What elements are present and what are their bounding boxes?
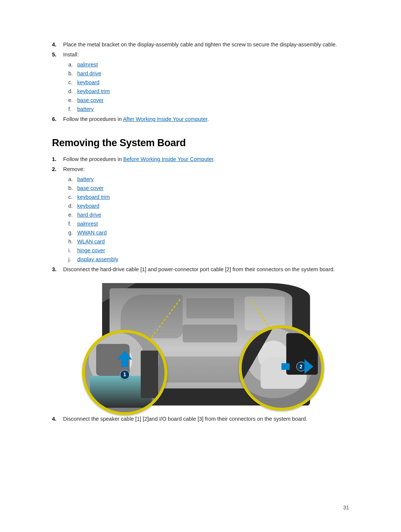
- install-item: hard drive: [68, 70, 349, 78]
- remove-item: keyboard: [68, 202, 349, 210]
- install-item: keyboard: [68, 79, 349, 86]
- step-6-suffix: .: [207, 116, 209, 122]
- r-step-2: Remove: battery base cover keyboard trim…: [52, 165, 349, 263]
- link-before-working-inside[interactable]: Before Working Inside Your Computer: [123, 156, 213, 162]
- install-item: base cover: [68, 96, 349, 104]
- link-palmrest[interactable]: palmrest: [77, 62, 98, 68]
- callout-arrow-2: 2: [290, 359, 313, 374]
- remove-item: hard drive: [68, 211, 349, 219]
- link-keyboard[interactable]: keyboard: [77, 203, 100, 209]
- install-item: battery: [68, 105, 349, 113]
- link-wlan-card[interactable]: WLAN card: [77, 239, 105, 244]
- step-4-text: Place the metal bracket on the display-a…: [63, 42, 337, 47]
- r-step-1-suffix: .: [213, 156, 215, 162]
- install-item: keyboard trim: [68, 88, 349, 95]
- link-keyboard-trim[interactable]: keyboard trim: [77, 194, 110, 200]
- link-battery[interactable]: battery: [77, 106, 94, 112]
- callout-circle-1: 1: [82, 330, 167, 415]
- link-hard-drive[interactable]: hard drive: [77, 70, 101, 76]
- step-6-prefix: Follow the procedures in: [63, 116, 123, 122]
- r-step-1-prefix: Follow the procedures in: [63, 156, 123, 162]
- link-palmrest[interactable]: palmrest: [77, 221, 98, 227]
- page-number: 31: [343, 504, 349, 511]
- r-step-4: Disconnect the speaker cable [1] [2]and …: [52, 415, 349, 423]
- remove-item: base cover: [68, 184, 349, 192]
- link-hard-drive[interactable]: hard drive: [77, 212, 101, 218]
- link-display-assembly[interactable]: display assembly: [77, 256, 118, 262]
- step-5: Install: palmrest hard drive keyboard ke…: [52, 51, 349, 113]
- r-step-2-text: Remove:: [63, 166, 85, 172]
- callout-circle-2: 2: [239, 325, 324, 411]
- step-4: Place the metal bracket on the display-a…: [52, 41, 349, 49]
- remove-item: display assembly: [68, 256, 349, 263]
- r-step-4-text: Disconnect the speaker cable [1] [2]and …: [63, 416, 307, 422]
- remove-item: WWAN card: [68, 229, 349, 237]
- link-wwan-card[interactable]: WWAN card: [77, 230, 107, 236]
- remove-sublist: battery base cover keyboard trim keyboar…: [63, 175, 349, 263]
- callout-arrow-1: 1: [117, 351, 132, 380]
- step-6: Follow the procedures in After Working I…: [52, 115, 349, 123]
- remove-item: battery: [68, 175, 349, 183]
- r-step-3-text: Disconnect the hard-drive cable [1] and …: [63, 266, 335, 272]
- link-battery[interactable]: battery: [77, 176, 94, 182]
- remove-item: palmrest: [68, 220, 349, 228]
- link-base-cover[interactable]: base cover: [77, 185, 104, 191]
- link-keyboard-trim[interactable]: keyboard trim: [77, 88, 110, 94]
- figure-system-board-cables: 1 2: [102, 283, 310, 405]
- remove-item: hinge cover: [68, 247, 349, 254]
- remove-item: WLAN card: [68, 238, 349, 246]
- r-step-1: Follow the procedures in Before Working …: [52, 155, 349, 163]
- link-keyboard[interactable]: keyboard: [77, 79, 100, 85]
- step-5-text: Install:: [63, 52, 79, 58]
- r-step-3: Disconnect the hard-drive cable [1] and …: [52, 266, 349, 405]
- link-after-working-inside[interactable]: After Working Inside Your computer: [123, 116, 207, 122]
- link-hinge-cover[interactable]: hinge cover: [77, 247, 105, 253]
- install-item: palmrest: [68, 61, 349, 69]
- link-base-cover[interactable]: base cover: [77, 97, 104, 103]
- remove-item: keyboard trim: [68, 193, 349, 201]
- install-sublist: palmrest hard drive keyboard keyboard tr…: [63, 61, 349, 113]
- heading-removing-system-board: Removing the System Board: [52, 136, 349, 150]
- callout-badge-1: 1: [120, 370, 130, 380]
